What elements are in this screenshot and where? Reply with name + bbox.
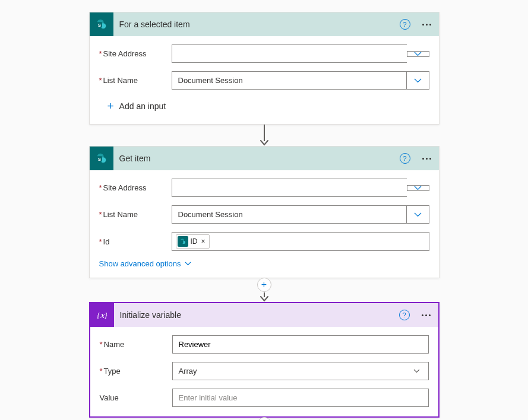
svg-rect-10 (180, 240, 183, 243)
more-icon[interactable] (419, 24, 435, 26)
site-address-label: *Site Address (99, 49, 172, 58)
list-name-dropdown[interactable] (406, 206, 429, 223)
list-name-input[interactable]: Document Session (172, 205, 429, 224)
site-address-input[interactable] (172, 179, 407, 197)
var-value-label: Value (100, 393, 172, 402)
list-name-label: *List Name (99, 76, 172, 85)
sharepoint-icon: S (90, 12, 113, 36)
site-address-input[interactable] (172, 44, 407, 63)
card-title: Get item (113, 154, 400, 163)
card-title: For a selected item (113, 20, 400, 29)
var-type-dropdown[interactable] (406, 362, 428, 380)
var-type-label: *Type (100, 367, 172, 376)
card-header[interactable]: S Get item ? (90, 147, 439, 170)
var-type-select[interactable]: Array (172, 362, 429, 380)
card-header[interactable]: S For a selected item ? (90, 12, 439, 36)
flow-arrow (260, 125, 268, 146)
card-header[interactable]: {𝑥} Initialize variable ? (90, 303, 438, 327)
show-advanced-options[interactable]: Show advanced options (99, 259, 429, 268)
add-step-button[interactable]: + (257, 278, 271, 292)
list-name-input[interactable]: Document Session (172, 71, 429, 90)
more-icon[interactable] (418, 314, 435, 316)
site-address-dropdown[interactable] (407, 51, 429, 57)
var-value-input[interactable] (172, 389, 429, 407)
variable-icon: {𝑥} (90, 303, 114, 327)
site-address-label: *Site Address (99, 183, 172, 192)
card-title: Initialize variable (114, 310, 399, 320)
site-address-dropdown[interactable] (407, 185, 429, 191)
card-body: *Site Address *List Name Document Sessio… (90, 36, 439, 124)
more-icon[interactable] (419, 158, 435, 160)
action-card-get-item: S Get item ? *Site Address *List Name Do… (89, 146, 440, 278)
flow-arrow: + (260, 418, 268, 420)
list-name-dropdown[interactable] (406, 72, 429, 89)
action-card-initialize-variable: {𝑥} Initialize variable ? *Name *Type Ar… (89, 302, 440, 418)
id-input[interactable]: ID × (172, 232, 429, 251)
var-name-label: *Name (100, 340, 172, 349)
token-label: ID (191, 237, 198, 246)
list-name-label: *List Name (99, 210, 172, 219)
help-icon[interactable]: ? (400, 153, 410, 164)
plus-icon: + (108, 100, 114, 113)
id-label: *Id (99, 237, 172, 246)
add-input-button[interactable]: + Add an input (99, 98, 429, 114)
sharepoint-token-icon (178, 236, 188, 247)
chevron-down-icon (185, 262, 191, 266)
help-icon[interactable]: ? (400, 19, 410, 30)
token-remove-icon[interactable]: × (200, 237, 207, 246)
var-name-input[interactable] (172, 335, 429, 354)
help-icon[interactable]: ? (399, 310, 410, 320)
svg-text:S: S (97, 157, 100, 162)
svg-text:S: S (97, 23, 100, 28)
id-token[interactable]: ID × (176, 234, 210, 249)
sharepoint-icon: S (90, 147, 113, 170)
card-body: *Name *Type Array Value (90, 327, 438, 416)
action-card-for-selected-item: S For a selected item ? *Site Address *L… (89, 12, 440, 125)
flow-arrow: + (260, 278, 268, 302)
card-body: *Site Address *List Name Document Sessio… (90, 170, 439, 278)
svg-text:{𝑥}: {𝑥} (97, 311, 108, 320)
